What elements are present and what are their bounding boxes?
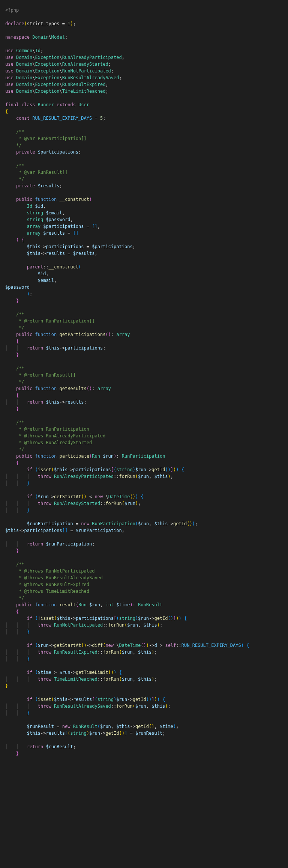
php-source-code: <?php declare(strict_types = 1); namespa… <box>5 7 283 757</box>
